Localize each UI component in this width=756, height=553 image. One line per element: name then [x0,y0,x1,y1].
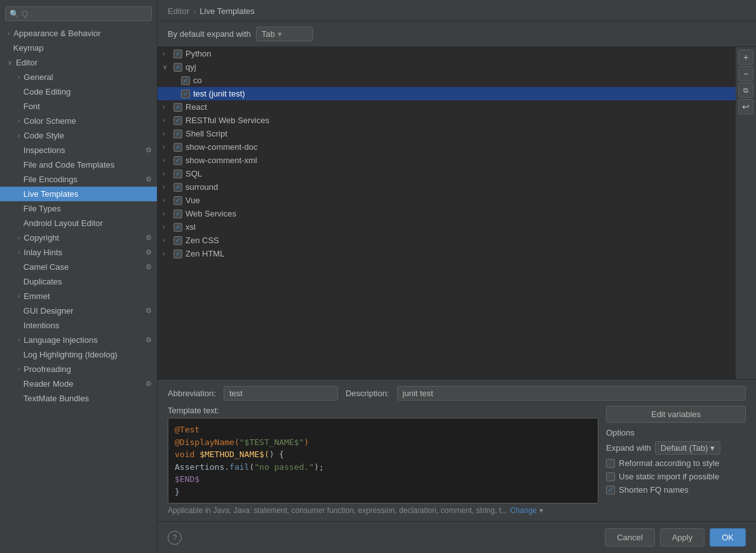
sidebar-item-android-layout-editor[interactable]: Android Layout Editor [0,216,157,230]
sidebar-item-label: Android Layout Editor [24,218,103,228]
tree-item-co[interactable]: co [158,74,736,87]
abbreviation-input[interactable] [224,386,338,401]
checkbox-python[interactable] [173,50,182,58]
sidebar-item-editor[interactable]: ∨ Editor [0,55,157,70]
checkbox-qyj[interactable] [173,63,182,72]
sidebar-item-keymap[interactable]: Keymap [0,41,157,55]
tree-item-label: Zen CSS [186,236,219,245]
sidebar-item-intentions[interactable]: Intentions [0,318,157,333]
code-line: void $METHOD_NAME$() { [175,448,591,461]
sidebar-item-file-encodings[interactable]: File Encodings ⚙ [0,172,157,187]
arrow-icon: › [163,170,170,177]
sidebar-item-emmet[interactable]: › Emmet [0,289,157,303]
tree-item-show-comment-xml[interactable]: ›show-comment-xml [158,154,736,167]
sidebar-item-label: Copyright [24,233,59,243]
cancel-button[interactable]: Cancel [605,528,654,547]
checkbox-xsl[interactable] [173,223,182,232]
arrow-icon [18,263,20,270]
tree-item-restful[interactable]: ›RESTful Web Services [158,114,736,127]
arrow-icon [18,88,20,95]
options-title: Options [606,428,746,437]
sidebar-item-camel-case[interactable]: Camel Case ⚙ [0,260,157,274]
arrow-icon [18,190,20,197]
checkbox-vue[interactable] [173,196,182,205]
sidebar-item-general[interactable]: › General [0,70,157,84]
code-editor[interactable]: @Test@DisplayName("$TEST_NAME$")void $ME… [168,418,598,503]
change-link[interactable]: Change [510,506,537,515]
checkbox-surround[interactable] [173,183,182,192]
sidebar-item-label: GUI Designer [24,306,74,316]
tree-item-sql[interactable]: ›SQL [158,167,736,180]
sidebar-item-language-injections[interactable]: › Language Injections ⚙ [0,333,157,347]
help-button[interactable]: ? [168,531,182,545]
reformat-label: Reformat according to style [619,458,719,468]
checkbox-restful[interactable] [173,116,182,125]
checkbox-zen-css[interactable] [173,236,182,245]
tree-item-show-comment-doc[interactable]: ›show-comment-doc [158,140,736,154]
sidebar-item-font[interactable]: Font [0,99,157,114]
options-section: Options Expand with Default (Tab) ▾ [606,428,746,495]
tree-item-web-services[interactable]: ›Web Services [158,207,736,220]
expand-with-select[interactable]: Default (Tab) ▾ [655,441,720,455]
tree-item-vue[interactable]: ›Vue [158,194,736,207]
checkbox-co[interactable] [181,76,190,85]
checkbox-shell[interactable] [173,130,182,138]
tree-item-zen-html[interactable]: ›Zen HTML [158,247,736,260]
sidebar-item-inlay-hints[interactable]: › Inlay Hints ⚙ [0,245,157,260]
tree-item-surround[interactable]: ›surround [158,180,736,194]
sidebar-item-inspections[interactable]: Inspections ⚙ [0,143,157,157]
sidebar-item-duplicates[interactable]: Duplicates [0,274,157,289]
sidebar-item-file-code-templates[interactable]: File and Code Templates [0,157,157,172]
edit-variables-button[interactable]: Edit variables [606,406,746,423]
sidebar-item-file-types[interactable]: File Types [0,201,157,216]
checkbox-show-comment-xml[interactable] [173,156,182,165]
tree-item-python[interactable]: ›Python [158,47,736,60]
sidebar-item-proofreading[interactable]: › Proofreading [0,362,157,376]
template-list[interactable]: ›Python∨qyj co test (junit test)›React›R… [158,47,736,379]
arrow-icon [18,380,20,387]
sidebar-item-gui-designer[interactable]: GUI Designer ⚙ [0,303,157,318]
checkbox-sql[interactable] [173,170,182,178]
copy-button[interactable]: ⧉ [738,83,753,98]
reformat-checkbox-row: Reformat according to style [606,458,746,468]
arrow-icon: › [163,50,170,57]
tree-item-shell[interactable]: ›Shell Script [158,127,736,140]
checkbox-react[interactable] [173,103,182,112]
expand-select[interactable]: Tab ▾ [256,27,313,41]
sidebar-item-textmate-bundles[interactable]: TextMate Bundles [0,391,157,406]
sidebar-item-reader-mode[interactable]: Reader Mode ⚙ [0,376,157,391]
sidebar-item-label: Reader Mode [24,379,74,389]
tree-item-react[interactable]: ›React [158,100,736,114]
sidebar-item-color-scheme[interactable]: › Color Scheme [0,114,157,128]
sidebar-item-label: Inlay Hints [24,248,62,257]
sidebar-item-live-templates[interactable]: Live Templates [0,187,157,201]
dropdown-arrow-icon: ▾ [278,29,282,39]
tree-item-xsl[interactable]: ›xsl [158,220,736,234]
description-input[interactable] [397,386,746,401]
tree-item-test[interactable]: test (junit test) [158,87,736,100]
sidebar-item-copyright[interactable]: › Copyright ⚙ [0,230,157,245]
checkbox-test[interactable] [181,90,190,98]
sidebar-item-log-highlighting[interactable]: Log Highlighting (Ideolog) [0,347,157,362]
static-import-checkbox[interactable] [606,472,615,481]
tree-item-zen-css[interactable]: ›Zen CSS [158,234,736,247]
sidebar-item-appearance[interactable]: › Appearance & Behavior [0,26,157,41]
reformat-checkbox[interactable] [606,459,615,468]
revert-button[interactable]: ↩ [738,99,753,114]
sidebar-item-code-style[interactable]: › Code Style [0,128,157,143]
search-box[interactable]: 🔍 [5,6,152,21]
checkbox-web-services[interactable] [173,210,182,218]
ok-button[interactable]: OK [710,528,746,547]
expand-with-label: Expand with [606,443,651,453]
add-button[interactable]: + [738,50,753,65]
checkbox-show-comment-doc[interactable] [173,143,182,152]
settings-icon: ⚙ [145,175,152,183]
shorten-fq-checkbox[interactable] [606,486,615,495]
search-input[interactable] [22,9,147,18]
checkbox-zen-html[interactable] [173,250,182,258]
sidebar-item-code-editing[interactable]: Code Editing [0,84,157,99]
apply-button[interactable]: Apply [660,528,705,547]
tree-item-qyj[interactable]: ∨qyj [158,60,736,74]
remove-button[interactable]: − [738,66,753,81]
arrow-icon: › [163,223,170,230]
